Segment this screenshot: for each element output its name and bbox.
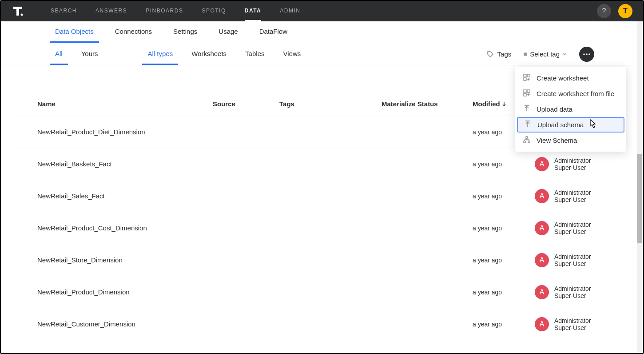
select-tag-dropdown[interactable]: Select tag — [524, 50, 567, 58]
filter-right: Tags Select tag — [487, 47, 594, 62]
dropdown-item-label: Upload data — [537, 105, 572, 113]
row-author: AAdministrator Super-User — [535, 317, 607, 331]
select-tag-label: Select tag — [530, 50, 560, 58]
row-name: NewRetail_Product_Diet_Dimension — [37, 128, 213, 136]
row-author: AAdministrator Super-User — [535, 189, 607, 203]
row-modified: a year ago — [473, 225, 535, 232]
row-name: NewRetail_Customer_Dimension — [37, 320, 213, 328]
row-name: NewRetail_Sales_Fact — [37, 192, 213, 200]
filter-type-worksheets[interactable]: Worksheets — [186, 44, 232, 65]
scrollbar-track[interactable] — [637, 21, 642, 352]
header-modified-label: Modified — [473, 100, 500, 108]
author-name: Administrator Super-User — [554, 285, 607, 299]
nav-item-data[interactable]: DATA — [245, 1, 262, 21]
grid-icon — [523, 89, 530, 98]
svg-point-5 — [586, 53, 588, 55]
nav-item-pinboards[interactable]: PINBOARDS — [146, 1, 183, 21]
sub-nav-settings[interactable]: Settings — [168, 21, 203, 43]
filter-scope: AllYours — [50, 44, 111, 65]
actions-dropdown: Create worksheetCreate worksheet from fi… — [515, 67, 626, 152]
author-avatar: A — [535, 221, 549, 235]
tag-icon — [487, 51, 494, 58]
svg-rect-11 — [527, 74, 530, 77]
upload-icon — [524, 121, 531, 129]
author-avatar: A — [535, 285, 549, 299]
dropdown-item-label: View Schema — [537, 137, 577, 144]
filter-scope-yours[interactable]: Yours — [76, 44, 103, 65]
header-name[interactable]: Name — [37, 100, 213, 108]
sub-nav-dataflow[interactable]: DataFlow — [254, 21, 293, 43]
help-button[interactable]: ? — [597, 4, 611, 18]
more-actions-button[interactable] — [579, 47, 594, 62]
filter-type-views[interactable]: Views — [278, 44, 306, 65]
chevron-down-icon — [562, 52, 567, 56]
tags-label: Tags — [497, 50, 512, 58]
sort-down-icon — [502, 101, 506, 107]
row-modified: a year ago — [473, 193, 535, 200]
svg-rect-15 — [524, 90, 526, 93]
svg-point-6 — [588, 53, 590, 55]
nav-item-search[interactable]: SEARCH — [51, 1, 77, 21]
author-avatar: A — [535, 189, 549, 203]
row-modified: a year ago — [473, 321, 535, 328]
schema-icon — [523, 136, 530, 145]
grid-icon — [523, 74, 530, 82]
row-modified: a year ago — [473, 161, 535, 168]
nav-item-answers[interactable]: ANSWERS — [95, 1, 127, 21]
sub-nav-connections[interactable]: Connections — [110, 21, 157, 43]
tags-button[interactable]: Tags — [487, 50, 512, 58]
svg-point-2 — [21, 14, 23, 16]
dropdown-item-upload-data[interactable]: Upload data — [515, 101, 626, 117]
user-avatar[interactable]: T — [618, 4, 632, 18]
header-materialize[interactable]: Materialize Status — [382, 100, 473, 108]
svg-point-4 — [583, 53, 585, 55]
dropdown-item-create-worksheet[interactable]: Create worksheet — [515, 70, 626, 86]
filter-type-all-types[interactable]: All types — [142, 44, 178, 65]
author-name: Administrator Super-User — [554, 189, 607, 203]
filter-type-tables[interactable]: Tables — [240, 44, 270, 65]
header-tags[interactable]: Tags — [279, 100, 382, 108]
dropdown-item-view-schema[interactable]: View Schema — [515, 133, 626, 148]
author-avatar: A — [535, 317, 549, 331]
tag-dot-icon — [524, 52, 527, 56]
dropdown-item-label: Upload schema — [537, 121, 584, 129]
svg-rect-12 — [524, 78, 526, 80]
dropdown-item-upload-schema[interactable]: Upload schema — [517, 117, 624, 133]
table-row[interactable]: NewRetail_Product_Cost_Dimensiona year a… — [16, 212, 628, 244]
table-row[interactable]: NewRetail_Sales_Facta year agoAAdministr… — [16, 180, 628, 212]
row-name: NewRetail_Product_Cost_Dimension — [37, 224, 213, 232]
row-name: NewRetail_Product_Dimension — [37, 288, 213, 296]
nav-item-admin[interactable]: ADMIN — [280, 1, 300, 21]
sub-nav-usage[interactable]: Usage — [213, 21, 243, 43]
svg-rect-17 — [524, 93, 526, 96]
logo[interactable] — [12, 5, 24, 17]
nav-items: SEARCHANSWERSPINBOARDSSPOTIQDATAADMIN — [51, 1, 597, 21]
row-author: AAdministrator Super-User — [535, 221, 607, 235]
filter-scope-all[interactable]: All — [50, 44, 68, 65]
svg-rect-25 — [524, 141, 525, 143]
more-icon — [583, 53, 590, 55]
nav-right: ? T — [597, 4, 632, 18]
nav-item-spotiq[interactable]: SPOTIQ — [202, 1, 226, 21]
dropdown-item-label: Create worksheet — [537, 74, 589, 82]
row-name: NewRetail_Baskets_Fact — [37, 160, 213, 168]
svg-point-3 — [489, 52, 489, 53]
header-source[interactable]: Source — [213, 100, 279, 108]
table-row[interactable]: NewRetail_Baskets_Facta year agoAAdminis… — [16, 148, 628, 180]
sub-nav: Data ObjectsConnectionsSettingsUsageData… — [1, 21, 643, 43]
svg-rect-26 — [528, 141, 530, 143]
author-name: Administrator Super-User — [554, 317, 607, 331]
table-row[interactable]: NewRetail_Store_Dimensiona year agoAAdmi… — [16, 244, 628, 276]
author-avatar: A — [535, 253, 549, 267]
row-author: AAdministrator Super-User — [535, 285, 607, 299]
row-author: AAdministrator Super-User — [535, 157, 607, 171]
row-author: AAdministrator Super-User — [535, 253, 607, 267]
dropdown-item-create-worksheet-from-file[interactable]: Create worksheet from file — [515, 86, 626, 101]
scrollbar-thumb[interactable] — [637, 154, 642, 243]
author-avatar: A — [535, 157, 549, 171]
table-row[interactable]: NewRetail_Customer_Dimensiona year agoAA… — [16, 308, 628, 340]
filter-types: All typesWorksheetsTablesViews — [142, 44, 314, 65]
sub-nav-data-objects[interactable]: Data Objects — [50, 21, 99, 43]
row-name: NewRetail_Store_Dimension — [37, 256, 213, 264]
table-row[interactable]: NewRetail_Product_Dimensiona year agoAAd… — [16, 276, 628, 308]
